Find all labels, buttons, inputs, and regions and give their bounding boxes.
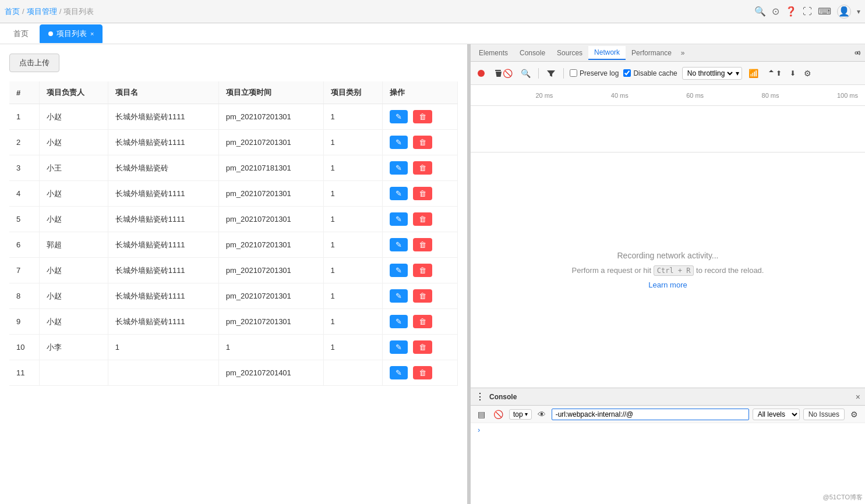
- row-actions: ✎ 🗑: [382, 335, 457, 360]
- table-row: 7小赵长城外墙贴瓷砖1111pm_2021072013011 ✎ 🗑: [9, 258, 458, 283]
- dt-tab-network[interactable]: Network: [588, 46, 626, 60]
- dt-clear-button[interactable]: 🚫: [492, 67, 514, 80]
- fullscreen-icon[interactable]: ⛶: [803, 6, 812, 17]
- console-close-button[interactable]: ×: [856, 392, 860, 402]
- delete-button[interactable]: 🗑: [413, 161, 432, 175]
- console-menu-icon[interactable]: ⋮: [475, 391, 485, 402]
- table-row: 8小赵长城外墙贴瓷砖1111pm_2021072013011 ✎ 🗑: [9, 283, 458, 309]
- delete-button[interactable]: 🗑: [413, 289, 432, 303]
- edit-button[interactable]: ✎: [390, 161, 408, 175]
- tab-active-dot: [48, 31, 53, 36]
- tab-home[interactable]: 首页: [5, 24, 37, 43]
- dt-settings-icon[interactable]: [850, 47, 863, 59]
- col-time: 项目立项时间: [218, 81, 323, 104]
- breadcrumb-project-mgmt[interactable]: 项目管理: [27, 6, 57, 17]
- svg-point-0: [478, 70, 485, 77]
- console-eye-icon[interactable]: 👁: [535, 409, 548, 420]
- console-settings-icon[interactable]: ⚙: [848, 409, 860, 420]
- dt-tab-more[interactable]: »: [677, 47, 689, 59]
- delete-button[interactable]: 🗑: [413, 110, 432, 123]
- row-name: 长城外墙贴瓷砖1111: [108, 130, 218, 155]
- row-id: 2: [9, 130, 39, 155]
- row-time: pm_202107201301: [218, 258, 323, 283]
- help-icon[interactable]: ❓: [785, 6, 797, 17]
- row-id: 4: [9, 181, 39, 207]
- dt-tab-console[interactable]: Console: [514, 47, 551, 59]
- delete-button[interactable]: 🗑: [413, 366, 432, 379]
- console-clear-icon[interactable]: 🚫: [491, 409, 506, 420]
- row-owner: 小赵: [39, 283, 108, 309]
- delete-button[interactable]: 🗑: [413, 315, 432, 328]
- console-chevron[interactable]: ›: [475, 424, 482, 435]
- console-levels-select[interactable]: All levels Verbose Info Warnings Errors: [753, 409, 800, 420]
- tab-close-button[interactable]: ×: [90, 30, 94, 37]
- search-icon[interactable]: 🔍: [754, 6, 766, 17]
- delete-button[interactable]: 🗑: [413, 187, 432, 200]
- throttling-dropdown-arrow: ▾: [736, 69, 739, 77]
- row-owner: 小赵: [39, 130, 108, 155]
- edit-button[interactable]: ✎: [390, 136, 408, 149]
- delete-button[interactable]: 🗑: [413, 238, 432, 251]
- dt-tab-elements[interactable]: Elements: [473, 47, 514, 59]
- row-name: 长城外墙贴瓷砖1111: [108, 232, 218, 258]
- row-id: 7: [9, 258, 39, 283]
- console-top-selector[interactable]: top ▾: [509, 409, 532, 420]
- row-id: 5: [9, 207, 39, 232]
- dt-import-icon[interactable]: ⬆: [765, 67, 783, 80]
- edit-button[interactable]: ✎: [390, 212, 408, 226]
- network-learn-more-link[interactable]: Learn more: [648, 281, 687, 289]
- edit-button[interactable]: ✎: [390, 187, 408, 200]
- timeline-labels: 20 ms 40 ms 60 ms 80 ms 100 ms: [475, 92, 860, 99]
- row-category: 1: [323, 309, 382, 335]
- throttling-dropdown[interactable]: No throttling Fast 3G Slow 3G Offline: [685, 69, 735, 78]
- row-actions: ✎ 🗑: [382, 130, 457, 155]
- preserve-log-label[interactable]: Preserve log: [570, 69, 619, 77]
- app-panel: 点击上传 # 项目负责人 项目名 项目立项时间 项目类别 操作 1小赵长城外墙贴…: [0, 44, 471, 504]
- devtools-panel: Elements Console Sources Network Perform…: [471, 44, 865, 504]
- disable-cache-checkbox[interactable]: [623, 69, 631, 77]
- tab-project-list[interactable]: 项目列表 ×: [40, 24, 103, 43]
- delete-button[interactable]: 🗑: [413, 136, 432, 149]
- dt-record-button[interactable]: [475, 68, 487, 79]
- throttling-select[interactable]: No throttling Fast 3G Slow 3G Offline ▾: [682, 67, 742, 80]
- console-sidebar-icon[interactable]: ▤: [475, 409, 488, 420]
- timeline-80ms: 80 ms: [762, 92, 779, 99]
- dt-filter-button[interactable]: [545, 67, 557, 80]
- dropdown-arrow[interactable]: ▾: [857, 8, 860, 16]
- dt-tab-sources[interactable]: Sources: [551, 47, 588, 59]
- console-filter-input[interactable]: [552, 409, 749, 420]
- avatar-icon[interactable]: 👤: [837, 5, 851, 19]
- dt-network-settings-icon[interactable]: ⚙: [802, 67, 813, 80]
- edit-button[interactable]: ✎: [390, 315, 408, 328]
- dt-export-icon[interactable]: ⬇: [788, 68, 797, 79]
- network-empty-title: Recording network activity...: [617, 251, 718, 260]
- edit-button[interactable]: ✎: [390, 340, 408, 354]
- delete-button[interactable]: 🗑: [413, 264, 432, 277]
- table-row: 9小赵长城外墙贴瓷砖1111pm_2021072013011 ✎ 🗑: [9, 309, 458, 335]
- row-time: pm_202107201301: [218, 130, 323, 155]
- table-row: 6郭超长城外墙贴瓷砖1111pm_2021072013011 ✎ 🗑: [9, 232, 458, 258]
- settings-icon[interactable]: ⌨: [818, 6, 831, 17]
- delete-button[interactable]: 🗑: [413, 212, 432, 226]
- upload-button[interactable]: 点击上传: [9, 54, 59, 72]
- edit-button[interactable]: ✎: [390, 110, 408, 123]
- disable-cache-label[interactable]: Disable cache: [623, 69, 677, 77]
- breadcrumb-home[interactable]: 首页: [5, 6, 20, 17]
- network-empty-subtitle: Perform a request or hit Ctrl + R to rec…: [572, 266, 764, 275]
- dt-search-button[interactable]: 🔍: [519, 67, 532, 80]
- col-actions: 操作: [382, 81, 457, 104]
- edit-button[interactable]: ✎: [390, 366, 408, 379]
- edit-button[interactable]: ✎: [390, 238, 408, 251]
- preserve-log-checkbox[interactable]: [570, 69, 577, 77]
- github-icon[interactable]: ⊙: [772, 6, 779, 17]
- dt-wifi-icon[interactable]: 📶: [747, 67, 760, 80]
- edit-button[interactable]: ✎: [390, 289, 408, 303]
- row-time: pm_202107201401: [218, 360, 323, 386]
- dt-tab-performance[interactable]: Performance: [626, 47, 677, 59]
- row-category: 1: [323, 207, 382, 232]
- delete-button[interactable]: 🗑: [413, 340, 432, 354]
- console-title: Console: [489, 393, 851, 401]
- network-empty-post: to record the reload.: [696, 266, 764, 275]
- edit-button[interactable]: ✎: [390, 264, 408, 277]
- main-layout: 点击上传 # 项目负责人 项目名 项目立项时间 项目类别 操作 1小赵长城外墙贴…: [0, 44, 865, 504]
